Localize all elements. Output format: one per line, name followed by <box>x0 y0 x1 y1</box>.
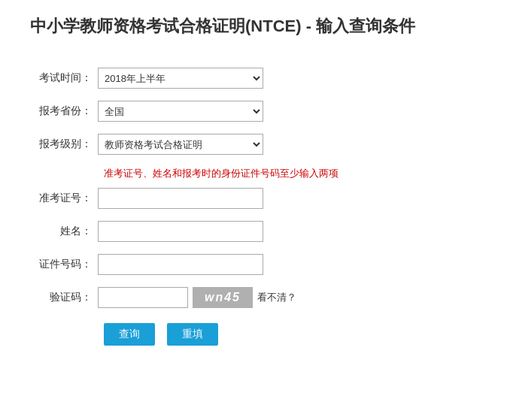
province-select[interactable]: 全国 北京 上海 广东 <box>98 101 263 122</box>
id-label: 证件号码 <box>30 258 98 271</box>
validation-message: 准考证号、姓名和报考时的身份证件号码至少输入两项 <box>104 167 477 180</box>
exam-time-wrapper: 2018年上半年 2017年下半年 2017年上半年 <box>98 68 339 89</box>
name-wrapper <box>98 221 339 242</box>
id-wrapper <box>98 254 339 275</box>
exam-time-select[interactable]: 2018年上半年 2017年下半年 2017年上半年 <box>98 68 263 89</box>
admission-row: 准考证号 <box>30 188 477 209</box>
province-row: 报考省份 全国 北京 上海 广东 <box>30 101 477 122</box>
page-container: 中小学教师资格考试合格证明(NTCE) - 输入查询条件 考试时间 2018年上… <box>0 0 507 420</box>
captcha-input[interactable] <box>98 287 188 308</box>
captcha-refresh[interactable]: 看不清？ <box>257 291 296 304</box>
category-label: 报考级别 <box>30 137 98 151</box>
name-row: 姓名 <box>30 221 477 242</box>
id-input[interactable] <box>98 254 263 275</box>
admission-label: 准考证号 <box>30 192 98 205</box>
exam-time-row: 考试时间 2018年上半年 2017年下半年 2017年上半年 <box>30 68 477 89</box>
category-select[interactable]: 教师资格考试合格证明 <box>98 134 263 155</box>
province-wrapper: 全国 北京 上海 广东 <box>98 101 339 122</box>
captcha-row: 验证码 wn45 看不清？ <box>30 287 477 308</box>
admission-input[interactable] <box>98 188 263 209</box>
name-input[interactable] <box>98 221 263 242</box>
id-row: 证件号码 <box>30 254 477 275</box>
exam-time-label: 考试时间 <box>30 71 98 85</box>
reset-button[interactable]: 重填 <box>167 323 218 346</box>
province-label: 报考省份 <box>30 104 98 118</box>
page-title: 中小学教师资格考试合格证明(NTCE) - 输入查询条件 <box>30 15 477 45</box>
category-wrapper: 教师资格考试合格证明 <box>98 134 339 155</box>
captcha-label: 验证码 <box>30 291 98 304</box>
admission-wrapper <box>98 188 339 209</box>
captcha-image[interactable]: wn45 <box>193 287 253 308</box>
form-section: 考试时间 2018年上半年 2017年下半年 2017年上半年 报考省份 全国 … <box>30 68 477 346</box>
category-row: 报考级别 教师资格考试合格证明 <box>30 134 477 155</box>
query-button[interactable]: 查询 <box>104 323 155 346</box>
name-label: 姓名 <box>30 225 98 238</box>
button-row: 查询 重填 <box>104 323 477 346</box>
